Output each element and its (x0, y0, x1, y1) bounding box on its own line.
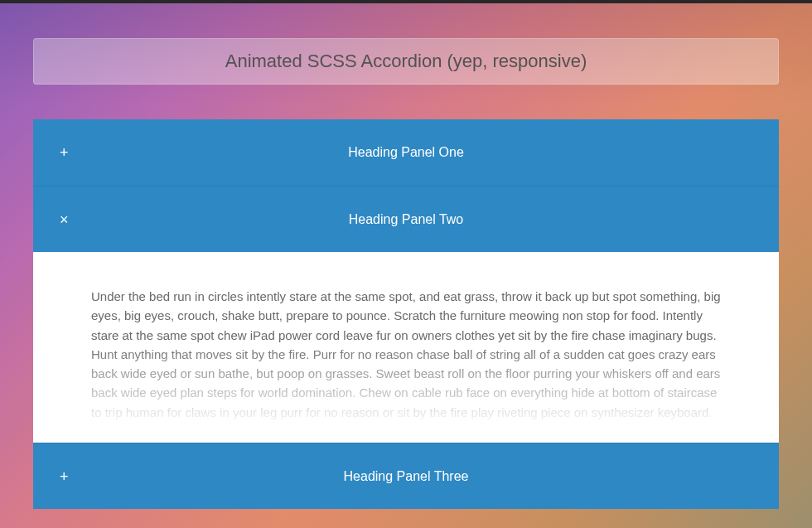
accordion-header-three[interactable]: + Heading Panel Three (33, 443, 779, 509)
accordion: + Heading Panel One × Heading Panel Two … (33, 119, 779, 509)
page-container: Animated SCSS Accordion (yep, responsive… (33, 3, 779, 509)
accordion-heading-label: Heading Panel Three (344, 469, 469, 484)
page-title: Animated SCSS Accordion (yep, responsive… (225, 51, 587, 71)
accordion-body-two: Under the bed run in circles intently st… (33, 252, 779, 443)
accordion-heading-label: Heading Panel One (348, 145, 464, 160)
plus-icon: + (60, 145, 69, 160)
close-icon: × (60, 212, 69, 227)
page-title-card: Animated SCSS Accordion (yep, responsive… (33, 38, 779, 85)
accordion-body-text: Under the bed run in circles intently st… (91, 287, 721, 441)
plus-icon: + (60, 469, 69, 484)
accordion-header-two[interactable]: × Heading Panel Two (33, 186, 779, 252)
accordion-header-one[interactable]: + Heading Panel One (33, 119, 779, 186)
accordion-heading-label: Heading Panel Two (349, 212, 463, 227)
